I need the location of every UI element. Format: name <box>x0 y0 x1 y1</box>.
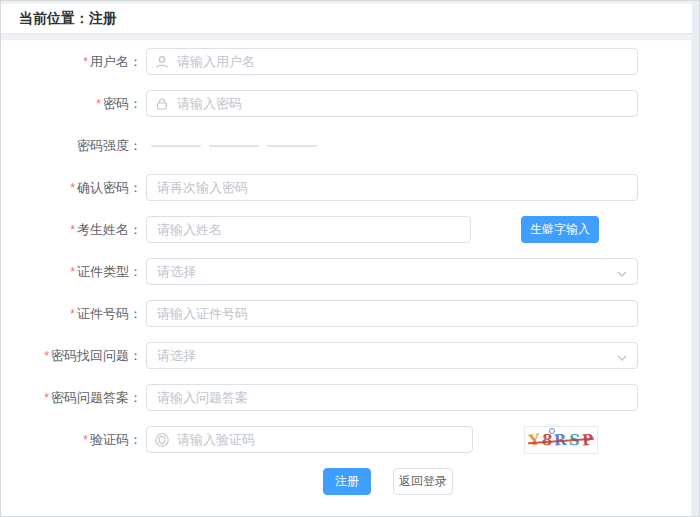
chevron-down-icon <box>617 347 627 365</box>
rare-character-input-button[interactable]: 生僻字输入 <box>521 216 599 243</box>
required-asterisk: * <box>44 391 49 405</box>
captcha-char: Y <box>528 430 541 449</box>
required-asterisk: * <box>70 265 75 279</box>
required-asterisk: * <box>70 223 75 237</box>
id-type-select[interactable]: 请选择 <box>146 258 638 285</box>
required-asterisk: * <box>83 433 88 447</box>
captcha-char: 8 <box>541 430 553 449</box>
password-strength-label: 密码强度： <box>1 137 142 155</box>
strength-bar <box>151 145 201 147</box>
page-title: 当前位置：注册 <box>19 10 117 28</box>
question-answer-label: *密码问题答案： <box>1 389 142 407</box>
password-strength-meter <box>151 145 325 147</box>
captcha-label: *验证码： <box>1 431 142 449</box>
chevron-down-icon <box>617 263 627 281</box>
password-input[interactable] <box>146 90 638 117</box>
required-asterisk: * <box>83 55 88 69</box>
strength-bar <box>209 145 259 147</box>
form-row-question-answer: *密码问题答案： <box>1 384 691 411</box>
captcha-char: P <box>581 430 594 449</box>
register-form: *用户名： *密码： 密码强度： <box>1 40 691 516</box>
id-type-placeholder: 请选择 <box>157 263 196 281</box>
candidate-name-label: *考生姓名： <box>1 221 142 239</box>
form-row-id-number: *证件号码： <box>1 300 691 327</box>
shield-icon <box>155 433 169 447</box>
form-row-confirm-password: *确认密码： <box>1 174 691 201</box>
register-button[interactable]: 注册 <box>323 468 371 495</box>
id-number-input[interactable] <box>146 300 638 327</box>
form-actions: 注册 返回登录 <box>1 468 691 495</box>
required-asterisk: * <box>70 181 75 195</box>
form-row-password: *密码： <box>1 90 691 117</box>
captcha-image[interactable]: Y 8 R S P <box>524 426 598 454</box>
confirm-password-label: *确认密码： <box>1 179 142 197</box>
captcha-char: R <box>554 430 568 449</box>
form-row-username: *用户名： <box>1 48 691 75</box>
breadcrumb: 当前位置：注册 <box>1 4 699 34</box>
captcha-input[interactable] <box>146 426 473 453</box>
recovery-question-placeholder: 请选择 <box>157 347 196 365</box>
required-asterisk: * <box>44 349 49 363</box>
strength-bar <box>267 145 317 147</box>
candidate-name-input[interactable] <box>146 216 471 243</box>
username-label: *用户名： <box>1 53 142 71</box>
recovery-question-label: *密码找回问题： <box>1 347 142 365</box>
form-row-id-type: *证件类型： 请选择 <box>1 258 691 285</box>
register-page: 当前位置：注册 *用户名： *密码： 密码强度： <box>0 0 700 517</box>
id-type-label: *证件类型： <box>1 263 142 281</box>
back-to-login-button[interactable]: 返回登录 <box>393 468 453 495</box>
username-input[interactable] <box>146 48 638 75</box>
question-answer-input[interactable] <box>146 384 638 411</box>
user-icon <box>155 55 169 69</box>
form-row-recovery-question: *密码找回问题： 请选择 <box>1 342 691 369</box>
form-row-candidate-name: *考生姓名： 生僻字输入 <box>1 216 691 243</box>
form-row-password-strength: 密码强度： <box>1 132 691 159</box>
scrollbar[interactable] <box>692 1 699 516</box>
confirm-password-input[interactable] <box>146 174 638 201</box>
id-number-label: *证件号码： <box>1 305 142 323</box>
recovery-question-select[interactable]: 请选择 <box>146 342 638 369</box>
captcha-char: S <box>568 430 581 449</box>
required-asterisk: * <box>96 97 101 111</box>
lock-icon <box>155 97 169 111</box>
password-label: *密码： <box>1 95 142 113</box>
form-row-captcha: *验证码： Y 8 R S P <box>1 426 691 453</box>
required-asterisk: * <box>70 307 75 321</box>
